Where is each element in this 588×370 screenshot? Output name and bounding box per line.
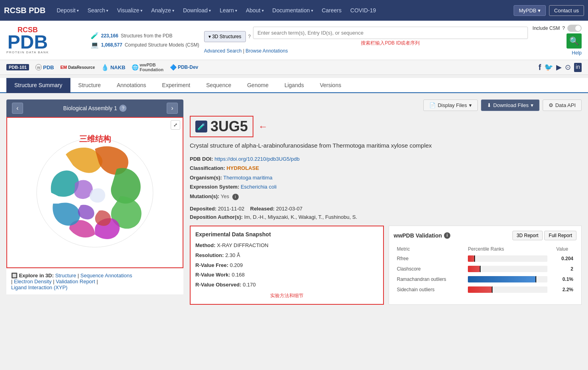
search-hint: 搜索栏输入PDB ID或者序列: [253, 40, 528, 47]
tabs-bar: Structure Summary Structure Annotations …: [0, 78, 588, 93]
chevron-down-icon: ▾: [469, 102, 472, 108]
tab-annotations[interactable]: Annotations: [109, 78, 154, 93]
protein-structure-svg: [16, 125, 174, 260]
metric-value-2: 0.1%: [554, 275, 576, 284]
expression-row: Expression System: Escherichia coli: [190, 182, 582, 191]
nav-analyze[interactable]: Analyze▾: [147, 5, 178, 16]
search-go-button[interactable]: 🔍: [567, 33, 582, 49]
nav-learn[interactable]: Learn▾: [216, 5, 241, 16]
search-type-help[interactable]: ?: [248, 34, 251, 39]
youtube-icon[interactable]: ▶: [556, 63, 562, 72]
nav-careers[interactable]: Careers: [318, 5, 346, 16]
metric-value-3: 2.2%: [554, 285, 576, 294]
arrow-icon: ←: [258, 121, 268, 132]
browse-annotations-link[interactable]: Browse Annotations: [245, 48, 288, 54]
assembly-help-icon[interactable]: ?: [119, 105, 127, 112]
assembly-title: Biological Assembly 1 ?: [63, 105, 127, 112]
brand-logo[interactable]: RCSB PDB: [4, 6, 45, 15]
expression-link[interactable]: Escherichia coli: [241, 184, 276, 190]
caret-icon: ▾: [106, 8, 108, 13]
nav-visualize[interactable]: Visualize▾: [113, 5, 146, 16]
organism-link[interactable]: Thermotoga maritima: [223, 175, 273, 181]
expand-button[interactable]: ⤢: [171, 120, 180, 130]
help-link[interactable]: Help: [572, 50, 582, 56]
display-files-button[interactable]: 📄 Display Files ▾: [423, 99, 478, 111]
contact-button[interactable]: Contact us: [549, 5, 584, 16]
partner-logos: PDB-101 w PDB EMDataResource 💧 NAKB 🌐 ww…: [6, 62, 198, 72]
tab-sequence[interactable]: Sequence: [198, 78, 239, 93]
tab-genome[interactable]: Genome: [239, 78, 276, 93]
search-header: RCSB PDB PROTEIN DATA BANK 🧪 223,166 Str…: [0, 21, 588, 60]
nav-about[interactable]: About▾: [242, 5, 268, 16]
github-icon[interactable]: ⊙: [565, 63, 571, 72]
linkedin-icon[interactable]: in: [574, 63, 582, 72]
action-buttons: 📄 Display Files ▾ ⬇ Download Files ▾ ⚙ D…: [190, 99, 582, 111]
explore-structure-link[interactable]: Structure: [55, 273, 76, 278]
metric-bar-3: [465, 285, 553, 294]
snap-method: Method: X-RAY DIFFRACTION: [195, 241, 378, 250]
assembly-next-button[interactable]: ›: [167, 103, 178, 114]
main-content: ‹ Biological Assembly 1 ? › ⤢ 三维结构: [0, 93, 588, 311]
partner-bar: PDB-101 w PDB EMDataResource 💧 NAKB 🌐 ww…: [0, 60, 588, 75]
csm-toggle[interactable]: [567, 25, 582, 32]
metric-bar-1: [465, 264, 553, 274]
report-3d-button[interactable]: 3D Report: [512, 231, 543, 240]
explore-seq-annotations-link[interactable]: Sequence Annotations: [80, 273, 132, 278]
nav-documentation[interactable]: Documentation▾: [269, 5, 317, 16]
partner-wwpdb-foundation[interactable]: 🌐 wwPDBFoundation: [132, 62, 164, 72]
tab-experiment[interactable]: Experiment: [154, 78, 198, 93]
tab-versions[interactable]: Versions: [312, 78, 349, 93]
metric-name-2: Ramachandran outliers: [395, 275, 465, 284]
tab-structure-summary[interactable]: Structure Summary: [6, 78, 70, 93]
left-panel: ‹ Biological Assembly 1 ? › ⤢ 三维结构: [6, 99, 183, 305]
col-metric: Metric: [395, 245, 465, 253]
csm-row: Include CSM ?: [533, 25, 582, 32]
snapshot-title: Experimental Data Snapshot: [195, 231, 378, 238]
nav-covid[interactable]: COVID-19: [347, 5, 380, 16]
partner-pdb101[interactable]: PDB-101: [6, 64, 29, 70]
partner-emdata[interactable]: EMDataResource: [60, 65, 95, 70]
validation-help-icon[interactable]: i: [444, 232, 450, 239]
tab-ligands[interactable]: Ligands: [276, 78, 312, 93]
pdb-logo: RCSB PDB PROTEIN DATA BANK: [6, 26, 86, 54]
flask-icon: 🧪: [91, 32, 99, 39]
explore-validation-link[interactable]: Validation Report: [56, 278, 95, 284]
stats-area: 🧪 223,166 Structures from the PDB 💻 1,06…: [91, 32, 199, 49]
metric-name-1: Clashscore: [395, 264, 465, 274]
nav-deposit[interactable]: Deposit▾: [53, 5, 82, 16]
download-icon: ⬇: [487, 102, 491, 108]
partner-wwpdb[interactable]: w PDB: [35, 64, 54, 70]
explore-electron-density-link[interactable]: Electron Density: [14, 278, 52, 284]
data-api-button[interactable]: ⚙ Data API: [543, 99, 582, 111]
full-report-button[interactable]: Full Report: [544, 231, 576, 240]
search-input[interactable]: [253, 27, 528, 39]
metric-bar-0: [465, 254, 553, 263]
search-type-button[interactable]: ▾ 3D Structures: [204, 31, 246, 42]
classification-row: Classification: HYDROLASE: [190, 164, 582, 173]
twitter-icon[interactable]: 🐦: [544, 63, 553, 72]
mutation-help-icon[interactable]: i: [232, 194, 239, 200]
assembly-prev-button[interactable]: ‹: [12, 103, 23, 114]
val-row-0: Rfree0.204: [395, 254, 576, 263]
entry-title: Crystal structure of alpha-L-arabinofura…: [190, 141, 582, 150]
partner-pdbdev[interactable]: 🔷 PDB-Dev: [170, 64, 198, 70]
partner-nakb[interactable]: 💧 NAKB: [101, 64, 125, 71]
stat-pdb: 🧪 223,166 Structures from the PDB: [91, 32, 199, 39]
nav-download[interactable]: Download▾: [179, 5, 215, 16]
caret-icon: ▾: [77, 8, 79, 13]
nav-search[interactable]: Search▾: [84, 5, 112, 16]
include-csm-help: ?: [562, 25, 565, 31]
tab-structure[interactable]: Structure: [70, 78, 109, 93]
advanced-search-link[interactable]: Advanced Search: [204, 48, 242, 54]
nakb-icon: 💧: [101, 64, 109, 71]
facebook-icon[interactable]: f: [538, 63, 541, 72]
explore-ligand-link[interactable]: Ligand Interaction (XYP): [11, 284, 68, 290]
download-files-button[interactable]: ⬇ Download Files ▾: [481, 99, 539, 111]
pdb-doi-link[interactable]: https://doi.org/10.2210/pdb3UG5/pdb: [214, 156, 300, 162]
validation-table: Metric Percentile Ranks Value Rfree0.204…: [394, 244, 577, 295]
col-value: Value: [554, 245, 576, 253]
col-percentile: Percentile Ranks: [465, 245, 553, 253]
search-links: Advanced Search | Browse Annotations: [204, 48, 528, 54]
structure-viewer: ⤢ 三维结构: [6, 117, 183, 268]
mypdb-button[interactable]: MyPDB ▾: [514, 5, 546, 16]
